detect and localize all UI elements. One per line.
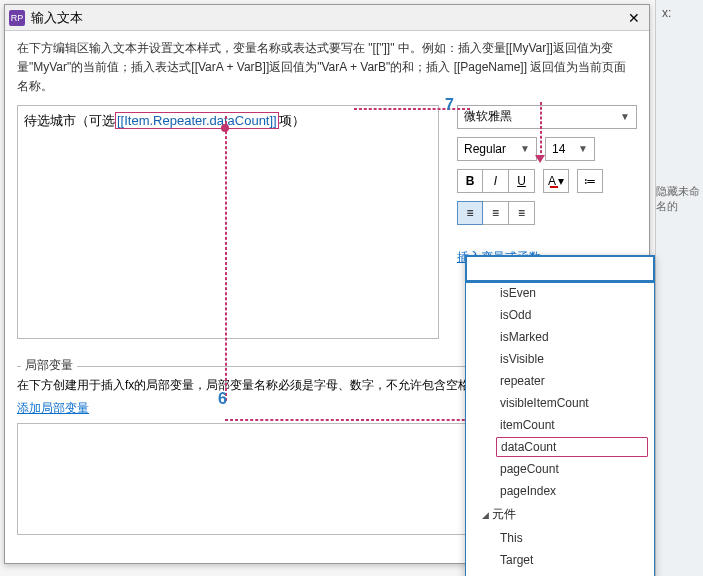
- underline-button[interactable]: U: [509, 169, 535, 193]
- dropdown-item-isMarked[interactable]: isMarked: [466, 326, 654, 348]
- dialog-title: 输入文本: [31, 9, 623, 27]
- variable-function-dropdown: isEvenisOddisMarkedisVisiblerepeatervisi…: [465, 255, 655, 576]
- font-weight-value: Regular: [464, 142, 506, 156]
- annotation-number-7: 7: [445, 96, 454, 114]
- dropdown-item-x[interactable]: x: [466, 571, 654, 576]
- dropdown-item-dataCount[interactable]: dataCount: [496, 437, 648, 457]
- dropdown-item-isEven[interactable]: isEven: [466, 282, 654, 304]
- dialog-titlebar: RP 输入文本 ✕: [5, 5, 649, 31]
- italic-button[interactable]: I: [483, 169, 509, 193]
- dropdown-item-元件[interactable]: 元件: [466, 502, 654, 527]
- editor-expression-token[interactable]: [[Item.Repeater.dataCount]]: [115, 112, 279, 129]
- local-var-section-label: 局部变量: [21, 357, 77, 374]
- align-left-button[interactable]: ≡: [457, 201, 483, 225]
- align-center-button[interactable]: ≡: [483, 201, 509, 225]
- close-button[interactable]: ✕: [623, 8, 645, 28]
- dropdown-item-pageCount[interactable]: pageCount: [466, 458, 654, 480]
- text-color-button[interactable]: A▾: [543, 169, 569, 193]
- chevron-down-icon: ▼: [520, 143, 530, 154]
- editor-suffix: 项）: [279, 113, 305, 128]
- align-right-button[interactable]: ≡: [509, 201, 535, 225]
- dropdown-item-This[interactable]: This: [466, 527, 654, 549]
- background-side-panel: x: 隐藏未命名的: [655, 0, 703, 576]
- dropdown-item-isVisible[interactable]: isVisible: [466, 348, 654, 370]
- annotation-dot-6: [221, 124, 229, 132]
- side-x-label: x:: [656, 0, 703, 26]
- text-editor[interactable]: 待选城市（可选[[Item.Repeater.dataCount]]项）: [17, 105, 439, 339]
- app-icon: RP: [9, 10, 25, 26]
- dropdown-list: isEvenisOddisMarkedisVisiblerepeatervisi…: [466, 282, 654, 576]
- font-size-select[interactable]: 14 ▼: [545, 137, 595, 161]
- font-family-value: 微软雅黑: [464, 108, 512, 125]
- font-size-value: 14: [552, 142, 565, 156]
- dropdown-item-repeater[interactable]: repeater: [466, 370, 654, 392]
- editor-prefix: 待选城市（可选: [24, 113, 115, 128]
- align-buttons: ≡ ≡ ≡: [457, 201, 535, 225]
- dropdown-item-itemCount[interactable]: itemCount: [466, 414, 654, 436]
- side-hidden-text: 隐藏未命名的: [656, 184, 701, 214]
- dialog-help-text: 在下方编辑区输入文本并设置文本样式，变量名称或表达式要写在 "[["]]" 中。…: [5, 31, 649, 105]
- chevron-down-icon: ▾: [558, 174, 564, 188]
- dropdown-item-isOdd[interactable]: isOdd: [466, 304, 654, 326]
- text-style-buttons: B I U: [457, 169, 535, 193]
- dropdown-item-Target[interactable]: Target: [466, 549, 654, 571]
- bold-button[interactable]: B: [457, 169, 483, 193]
- dropdown-search-input[interactable]: [467, 257, 653, 281]
- chevron-down-icon: ▼: [620, 111, 630, 122]
- dropdown-item-pageIndex[interactable]: pageIndex: [466, 480, 654, 502]
- dropdown-item-visibleItemCount[interactable]: visibleItemCount: [466, 392, 654, 414]
- bullet-list-button[interactable]: ≔: [577, 169, 603, 193]
- annotation-number-6: 6: [218, 390, 227, 408]
- font-family-select[interactable]: 微软雅黑 ▼: [457, 105, 637, 129]
- add-local-var-link[interactable]: 添加局部变量: [17, 401, 89, 415]
- chevron-down-icon: ▼: [578, 143, 588, 154]
- font-weight-select[interactable]: Regular ▼: [457, 137, 537, 161]
